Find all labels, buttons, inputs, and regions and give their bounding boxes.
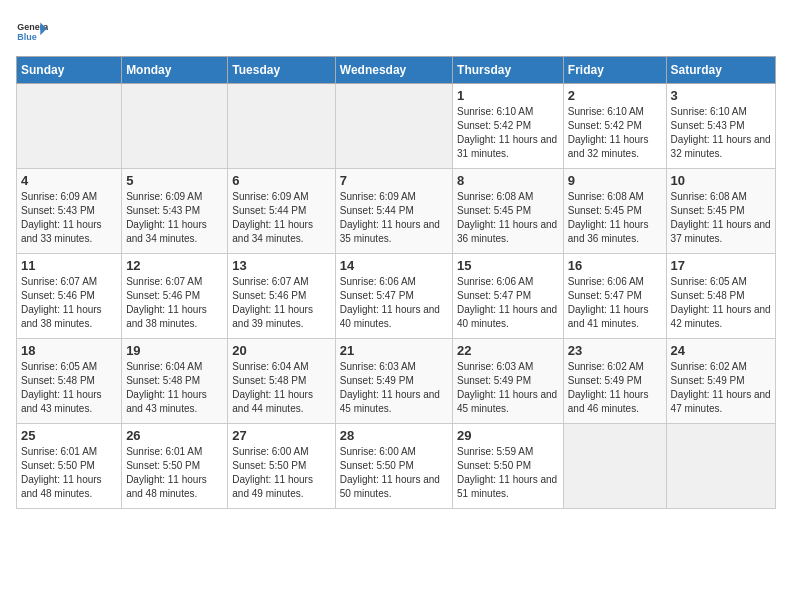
calendar-cell [563, 424, 666, 509]
day-info: Sunrise: 6:10 AM Sunset: 5:42 PM Dayligh… [457, 105, 559, 161]
day-info: Sunrise: 6:07 AM Sunset: 5:46 PM Dayligh… [21, 275, 117, 331]
day-info: Sunrise: 6:05 AM Sunset: 5:48 PM Dayligh… [21, 360, 117, 416]
day-info: Sunrise: 6:07 AM Sunset: 5:46 PM Dayligh… [126, 275, 223, 331]
day-number: 14 [340, 258, 448, 273]
column-header-tuesday: Tuesday [228, 57, 335, 84]
day-number: 19 [126, 343, 223, 358]
day-info: Sunrise: 6:09 AM Sunset: 5:43 PM Dayligh… [21, 190, 117, 246]
day-number: 21 [340, 343, 448, 358]
column-header-thursday: Thursday [453, 57, 564, 84]
day-number: 16 [568, 258, 662, 273]
day-info: Sunrise: 6:06 AM Sunset: 5:47 PM Dayligh… [340, 275, 448, 331]
day-number: 6 [232, 173, 330, 188]
calendar-cell: 11Sunrise: 6:07 AM Sunset: 5:46 PM Dayli… [17, 254, 122, 339]
column-header-wednesday: Wednesday [335, 57, 452, 84]
day-info: Sunrise: 6:09 AM Sunset: 5:43 PM Dayligh… [126, 190, 223, 246]
day-info: Sunrise: 6:05 AM Sunset: 5:48 PM Dayligh… [671, 275, 771, 331]
calendar-table: SundayMondayTuesdayWednesdayThursdayFrid… [16, 56, 776, 509]
day-info: Sunrise: 5:59 AM Sunset: 5:50 PM Dayligh… [457, 445, 559, 501]
column-header-sunday: Sunday [17, 57, 122, 84]
logo: General Blue [16, 16, 48, 48]
day-info: Sunrise: 6:08 AM Sunset: 5:45 PM Dayligh… [568, 190, 662, 246]
calendar-cell: 7Sunrise: 6:09 AM Sunset: 5:44 PM Daylig… [335, 169, 452, 254]
day-number: 15 [457, 258, 559, 273]
day-info: Sunrise: 6:09 AM Sunset: 5:44 PM Dayligh… [340, 190, 448, 246]
calendar-cell: 16Sunrise: 6:06 AM Sunset: 5:47 PM Dayli… [563, 254, 666, 339]
week-row-5: 25Sunrise: 6:01 AM Sunset: 5:50 PM Dayli… [17, 424, 776, 509]
column-header-friday: Friday [563, 57, 666, 84]
day-number: 24 [671, 343, 771, 358]
calendar-cell: 21Sunrise: 6:03 AM Sunset: 5:49 PM Dayli… [335, 339, 452, 424]
column-header-saturday: Saturday [666, 57, 775, 84]
calendar-cell: 6Sunrise: 6:09 AM Sunset: 5:44 PM Daylig… [228, 169, 335, 254]
day-number: 4 [21, 173, 117, 188]
day-number: 23 [568, 343, 662, 358]
day-info: Sunrise: 6:03 AM Sunset: 5:49 PM Dayligh… [340, 360, 448, 416]
calendar-cell: 29Sunrise: 5:59 AM Sunset: 5:50 PM Dayli… [453, 424, 564, 509]
calendar-cell: 12Sunrise: 6:07 AM Sunset: 5:46 PM Dayli… [122, 254, 228, 339]
day-info: Sunrise: 6:07 AM Sunset: 5:46 PM Dayligh… [232, 275, 330, 331]
calendar-cell: 22Sunrise: 6:03 AM Sunset: 5:49 PM Dayli… [453, 339, 564, 424]
calendar-cell: 19Sunrise: 6:04 AM Sunset: 5:48 PM Dayli… [122, 339, 228, 424]
day-number: 8 [457, 173, 559, 188]
day-number: 25 [21, 428, 117, 443]
header: General Blue [16, 16, 776, 48]
calendar-cell: 28Sunrise: 6:00 AM Sunset: 5:50 PM Dayli… [335, 424, 452, 509]
calendar-cell: 10Sunrise: 6:08 AM Sunset: 5:45 PM Dayli… [666, 169, 775, 254]
day-info: Sunrise: 6:10 AM Sunset: 5:43 PM Dayligh… [671, 105, 771, 161]
day-info: Sunrise: 6:01 AM Sunset: 5:50 PM Dayligh… [126, 445, 223, 501]
day-number: 3 [671, 88, 771, 103]
day-number: 27 [232, 428, 330, 443]
calendar-cell: 27Sunrise: 6:00 AM Sunset: 5:50 PM Dayli… [228, 424, 335, 509]
calendar-cell [228, 84, 335, 169]
day-info: Sunrise: 6:06 AM Sunset: 5:47 PM Dayligh… [568, 275, 662, 331]
calendar-cell: 9Sunrise: 6:08 AM Sunset: 5:45 PM Daylig… [563, 169, 666, 254]
day-info: Sunrise: 6:00 AM Sunset: 5:50 PM Dayligh… [340, 445, 448, 501]
calendar-cell: 24Sunrise: 6:02 AM Sunset: 5:49 PM Dayli… [666, 339, 775, 424]
calendar-cell: 8Sunrise: 6:08 AM Sunset: 5:45 PM Daylig… [453, 169, 564, 254]
day-info: Sunrise: 6:09 AM Sunset: 5:44 PM Dayligh… [232, 190, 330, 246]
calendar-cell [335, 84, 452, 169]
day-info: Sunrise: 6:03 AM Sunset: 5:49 PM Dayligh… [457, 360, 559, 416]
day-number: 1 [457, 88, 559, 103]
calendar-cell: 3Sunrise: 6:10 AM Sunset: 5:43 PM Daylig… [666, 84, 775, 169]
day-number: 29 [457, 428, 559, 443]
svg-text:Blue: Blue [17, 32, 36, 42]
header-row: SundayMondayTuesdayWednesdayThursdayFrid… [17, 57, 776, 84]
day-info: Sunrise: 6:02 AM Sunset: 5:49 PM Dayligh… [671, 360, 771, 416]
calendar-cell: 26Sunrise: 6:01 AM Sunset: 5:50 PM Dayli… [122, 424, 228, 509]
column-header-monday: Monday [122, 57, 228, 84]
week-row-3: 11Sunrise: 6:07 AM Sunset: 5:46 PM Dayli… [17, 254, 776, 339]
day-number: 10 [671, 173, 771, 188]
day-number: 18 [21, 343, 117, 358]
calendar-cell: 23Sunrise: 6:02 AM Sunset: 5:49 PM Dayli… [563, 339, 666, 424]
day-number: 12 [126, 258, 223, 273]
calendar-cell: 25Sunrise: 6:01 AM Sunset: 5:50 PM Dayli… [17, 424, 122, 509]
day-number: 2 [568, 88, 662, 103]
day-info: Sunrise: 6:10 AM Sunset: 5:42 PM Dayligh… [568, 105, 662, 161]
week-row-2: 4Sunrise: 6:09 AM Sunset: 5:43 PM Daylig… [17, 169, 776, 254]
calendar-cell: 5Sunrise: 6:09 AM Sunset: 5:43 PM Daylig… [122, 169, 228, 254]
calendar-cell: 4Sunrise: 6:09 AM Sunset: 5:43 PM Daylig… [17, 169, 122, 254]
day-number: 17 [671, 258, 771, 273]
day-number: 13 [232, 258, 330, 273]
calendar-cell [122, 84, 228, 169]
day-info: Sunrise: 6:08 AM Sunset: 5:45 PM Dayligh… [671, 190, 771, 246]
calendar-cell: 2Sunrise: 6:10 AM Sunset: 5:42 PM Daylig… [563, 84, 666, 169]
day-info: Sunrise: 6:00 AM Sunset: 5:50 PM Dayligh… [232, 445, 330, 501]
day-number: 22 [457, 343, 559, 358]
day-number: 5 [126, 173, 223, 188]
day-info: Sunrise: 6:08 AM Sunset: 5:45 PM Dayligh… [457, 190, 559, 246]
day-info: Sunrise: 6:06 AM Sunset: 5:47 PM Dayligh… [457, 275, 559, 331]
day-info: Sunrise: 6:04 AM Sunset: 5:48 PM Dayligh… [232, 360, 330, 416]
day-number: 20 [232, 343, 330, 358]
calendar-cell: 18Sunrise: 6:05 AM Sunset: 5:48 PM Dayli… [17, 339, 122, 424]
week-row-4: 18Sunrise: 6:05 AM Sunset: 5:48 PM Dayli… [17, 339, 776, 424]
day-number: 11 [21, 258, 117, 273]
calendar-cell: 17Sunrise: 6:05 AM Sunset: 5:48 PM Dayli… [666, 254, 775, 339]
day-number: 7 [340, 173, 448, 188]
calendar-cell: 20Sunrise: 6:04 AM Sunset: 5:48 PM Dayli… [228, 339, 335, 424]
calendar-cell [666, 424, 775, 509]
calendar-cell: 14Sunrise: 6:06 AM Sunset: 5:47 PM Dayli… [335, 254, 452, 339]
calendar-cell [17, 84, 122, 169]
